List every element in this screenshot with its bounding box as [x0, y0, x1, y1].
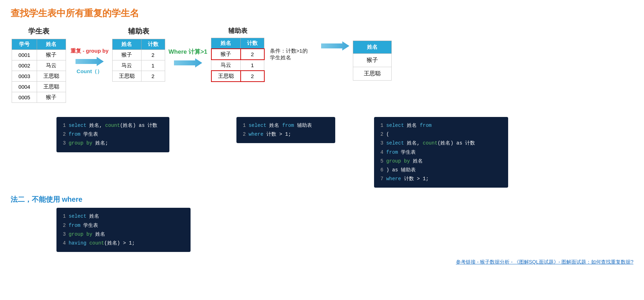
arrow1-sub: Count（）	[77, 68, 102, 75]
aux1-col-name: 姓名	[112, 39, 141, 50]
code-line: 3group by 姓名	[63, 230, 184, 239]
aux-table2-title: 辅助表	[228, 27, 247, 35]
table-row: 0005猴子	[12, 92, 66, 103]
section-two: 法二，不能使用 where 1select 姓名2from 学生表3group …	[11, 195, 633, 252]
code-line: 1select 姓名 from 辅助表	[243, 121, 329, 130]
table-row: 0003王思聪	[12, 71, 66, 82]
code-line: 2from 学生表	[63, 130, 163, 139]
table-row: 猴子2	[112, 50, 165, 60]
code-block-3: 1select 姓名 from2(3select 姓名, count(姓名) a…	[374, 117, 508, 188]
code-line: 5group by 姓名	[380, 157, 502, 166]
bottom-row: 参考链接 - 猴子数据分析 - 《图解SQL面试题》- 图解面试题：如何查找重复…	[11, 255, 633, 265]
code-line: 4from 学生表	[380, 148, 502, 157]
svg-marker-2	[321, 41, 349, 51]
arrow1-wrap: 重复 - group by Count（）	[67, 48, 112, 75]
table-row: 王思聪	[353, 67, 391, 81]
table-row: 0002马云	[12, 60, 66, 71]
student-table: 学号 姓名 0001猴子0002马云0003王思聪0004王思聪0005猴子	[12, 39, 66, 103]
code-line: 6) as 辅助表	[380, 166, 502, 175]
svg-marker-1	[174, 58, 202, 67]
aux-table1: 姓名 计数 猴子2马云1王思聪2	[112, 39, 165, 82]
top-section: 学生表 学号 姓名 0001猴子0002马云0003王思聪0004王思聪0005…	[11, 27, 633, 103]
aux-table2-section: 辅助表 姓名 计数 猴子2马云1王思聪2	[211, 27, 265, 82]
aux1-col-count: 计数	[141, 39, 165, 50]
table-row: 马云1	[211, 60, 264, 71]
page-title: 查找学生表中所有重复的学生名	[11, 7, 633, 19]
table-row: 王思聪2	[211, 71, 264, 82]
aux-table2-body: 猴子2马云1王思聪2	[211, 49, 264, 82]
code-line: 1select 姓名, count(姓名) as 计数	[63, 121, 163, 130]
condition-line2: 学生姓名	[270, 54, 291, 61]
svg-marker-0	[76, 57, 104, 66]
where-label: Where 计算>1	[169, 48, 207, 56]
code-block-4: 1select 姓名2from 学生表3group by 姓名4having c…	[56, 208, 191, 252]
result-table: 姓名 猴子王思聪	[353, 41, 392, 81]
code-line: 7where 计数 > 1;	[380, 175, 502, 183]
aux-table2: 姓名 计数 猴子2马云1王思聪2	[211, 38, 265, 82]
aux2-col-count: 计数	[241, 38, 264, 49]
blue-arrow1-icon	[76, 56, 104, 67]
code-line: 2(	[380, 130, 502, 139]
table-row: 王思聪2	[112, 71, 165, 82]
blue-arrow3-icon	[321, 41, 349, 51]
code-line: 3select 姓名, count(姓名) as 计数	[380, 139, 502, 148]
aux-table1-body: 猴子2马云1王思聪2	[112, 50, 165, 82]
aux-table1-section: 辅助表 姓名 计数 猴子2马云1王思聪2	[112, 27, 165, 82]
code-line: 4having count(姓名) > 1;	[63, 239, 184, 248]
col-student-id: 学号	[12, 39, 37, 50]
condition-line1: 条件：计数>1的	[270, 48, 308, 54]
col-student-name: 姓名	[37, 39, 66, 50]
reference-link[interactable]: 参考链接 - 猴子数据分析 - 《图解SQL面试题》- 图解面试题：如何查找重复…	[456, 259, 633, 265]
result-table-body: 猴子王思聪	[353, 54, 391, 81]
table-row: 0004王思聪	[12, 82, 66, 92]
code-line: 2where 计数 > 1;	[243, 130, 329, 139]
aux-table1-title: 辅助表	[128, 27, 149, 36]
aux2-col-name: 姓名	[211, 38, 241, 49]
code-block-2: 1select 姓名 from 辅助表2where 计数 > 1;	[236, 117, 335, 143]
code-block-1: 1select 姓名, count(姓名) as 计数2from 学生表3gro…	[56, 117, 169, 152]
student-table-section: 学生表 学号 姓名 0001猴子0002马云0003王思聪0004王思聪0005…	[11, 27, 67, 103]
blue-arrow2-icon	[174, 58, 202, 68]
code-line: 1select 姓名	[63, 212, 184, 221]
table-row: 猴子2	[211, 49, 264, 60]
student-table-title: 学生表	[28, 27, 49, 36]
where-section: Where 计算>1	[165, 48, 211, 68]
code-row: 1select 姓名, count(姓名) as 计数2from 学生表3gro…	[11, 113, 633, 188]
arrow3-wrap	[321, 41, 349, 51]
section-two-title: 法二，不能使用 where	[11, 195, 633, 204]
table-row: 马云1	[112, 60, 165, 71]
result-table-section: 姓名 猴子王思聪	[353, 41, 392, 81]
table-row: 0001猴子	[12, 50, 66, 60]
condition-wrap: 条件：计数>1的 学生姓名	[265, 48, 318, 61]
student-table-body: 0001猴子0002马云0003王思聪0004王思聪0005猴子	[12, 50, 66, 103]
arrow1-label: 重复 - group by	[71, 48, 109, 54]
table-row: 猴子	[353, 54, 391, 67]
result-col-name: 姓名	[353, 41, 391, 54]
code-line: 3group by 姓名;	[63, 139, 163, 148]
code-line: 2from 学生表	[63, 221, 184, 230]
code-line: 1select 姓名 from	[380, 121, 502, 130]
